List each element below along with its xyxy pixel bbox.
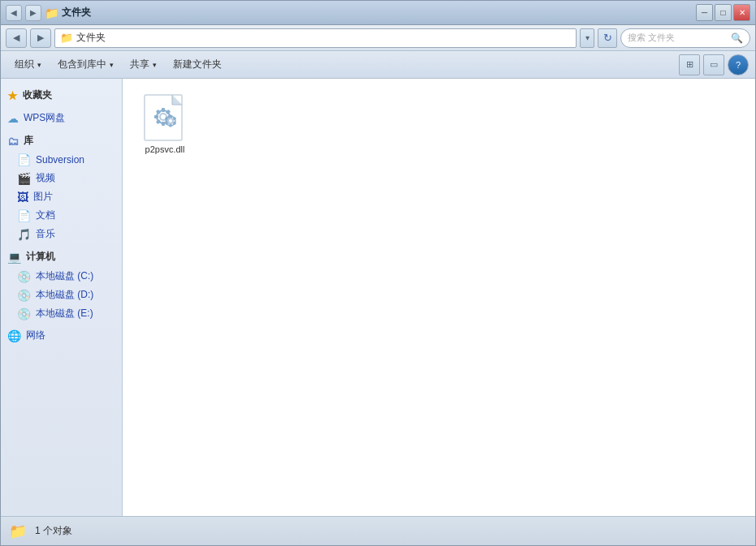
dll-file-icon [144, 94, 186, 143]
favorites-icon: ★ [7, 89, 18, 102]
music-icon: 🎵 [17, 228, 31, 241]
computer-header: 💻 计算机 [1, 247, 122, 267]
address-bar: ◀ ▶ 📁 文件夹 ▾ ↻ 搜索 文件夹 🔍 [1, 25, 755, 51]
svg-rect-10 [162, 122, 165, 126]
include-library-dropdown-icon: ▾ [110, 61, 114, 69]
path-text: 文件夹 [76, 31, 106, 45]
sidebar-item-wps[interactable]: ☁ WPS网盘 [1, 109, 122, 127]
sidebar-item-network[interactable]: 🌐 网络 [1, 326, 122, 345]
toolbar-right: ⊞ ▭ ? [679, 54, 749, 75]
image-icon: 🖼 [17, 191, 28, 204]
network-section: 🌐 网络 [1, 326, 122, 345]
library-icon: 🗂 [7, 135, 19, 148]
svg-rect-12 [154, 115, 158, 118]
sidebar-item-video[interactable]: 🎬 视频 [1, 169, 122, 187]
file-name: p2psvc.dll [145, 144, 185, 154]
search-placeholder: 搜索 文件夹 [628, 32, 675, 44]
close-button[interactable]: ✕ [733, 4, 750, 21]
window-title: 文件夹 [62, 6, 91, 19]
main-window: ◀ ▶ 📁 文件夹 ─ □ ✕ ◀ ▶ 📁 文件夹 ▾ ↻ 搜索 文件夹 🔍 组… [0, 0, 756, 546]
share-label: 共享 [130, 58, 149, 71]
computer-section: 💻 计算机 💿 本地磁盘 (C:) 💿 本地磁盘 (D:) 💿 本地磁盘 (E:… [1, 247, 122, 323]
drive-c-label: 本地磁盘 (C:) [36, 269, 93, 283]
address-path-box[interactable]: 📁 文件夹 [54, 28, 577, 48]
image-label: 图片 [33, 190, 53, 204]
drive-e-icon: 💿 [17, 307, 31, 320]
main-area: ★ 收藏夹 ☁ WPS网盘 🗂 库 📄 Subversion [1, 79, 755, 516]
new-folder-label: 新建文件夹 [173, 58, 222, 71]
favorites-label: 收藏夹 [23, 88, 52, 102]
include-library-button[interactable]: 包含到库中 ▾ [50, 54, 121, 75]
status-folder-icon: 📁 [9, 522, 27, 540]
window-controls: ─ □ ✕ [696, 4, 750, 21]
network-icon: 🌐 [7, 329, 21, 342]
details-pane-button[interactable]: ▭ [703, 54, 724, 75]
favorites-section: ★ 收藏夹 [1, 85, 122, 105]
forward-button[interactable]: ▶ [25, 5, 41, 21]
drive-d-label: 本地磁盘 (D:) [36, 288, 93, 302]
drive-e-label: 本地磁盘 (E:) [36, 307, 93, 320]
title-bar: ◀ ▶ 📁 文件夹 ─ □ ✕ [1, 1, 755, 25]
computer-icon: 💻 [7, 251, 21, 264]
sidebar-item-drive-d[interactable]: 💿 本地磁盘 (D:) [1, 286, 122, 304]
favorites-header: ★ 收藏夹 [1, 85, 122, 105]
include-library-label: 包含到库中 [58, 58, 106, 71]
library-label: 库 [24, 134, 33, 148]
subversion-label: Subversion [36, 154, 84, 166]
toolbar: 组织 ▾ 包含到库中 ▾ 共享 ▾ 新建文件夹 ⊞ ▭ ? [1, 51, 755, 79]
status-text: 1 个对象 [35, 524, 72, 538]
wps-icon: ☁ [7, 112, 19, 125]
status-bar: 📁 1 个对象 [1, 516, 755, 545]
content-area[interactable]: p2psvc.dll [123, 79, 755, 516]
share-dropdown-icon: ▾ [153, 61, 157, 69]
path-folder-icon: 📁 [60, 32, 73, 44]
new-folder-button[interactable]: 新建文件夹 [166, 54, 229, 75]
organize-button[interactable]: 组织 ▾ [7, 54, 49, 75]
video-label: 视频 [36, 171, 55, 185]
share-button[interactable]: 共享 ▾ [123, 54, 164, 75]
wps-label: WPS网盘 [24, 111, 65, 125]
svg-rect-6 [162, 108, 165, 112]
drive-d-icon: 💿 [17, 289, 31, 302]
search-box[interactable]: 搜索 文件夹 🔍 [620, 28, 750, 48]
sidebar-item-drive-c[interactable]: 💿 本地磁盘 (C:) [1, 267, 122, 286]
search-icon: 🔍 [731, 32, 743, 44]
address-back-button[interactable]: ◀ [6, 28, 27, 48]
help-button[interactable]: ? [728, 54, 749, 75]
organize-dropdown-icon: ▾ [37, 61, 41, 69]
minimize-button[interactable]: ─ [696, 4, 713, 21]
title-folder-icon: 📁 [45, 6, 58, 19]
svg-point-24 [169, 119, 172, 123]
library-section: 🗂 库 📄 Subversion 🎬 视频 🖼 图片 📄 文档 [1, 131, 122, 243]
file-icon-wrapper [144, 94, 186, 143]
music-label: 音乐 [36, 227, 55, 241]
refresh-button[interactable]: ↻ [598, 28, 617, 48]
svg-rect-17 [170, 115, 172, 118]
drive-c-icon: 💿 [17, 270, 31, 283]
library-header: 🗂 库 [1, 131, 122, 151]
sidebar-item-image[interactable]: 🖼 图片 [1, 187, 122, 206]
wps-section: ☁ WPS网盘 [1, 109, 122, 127]
title-bar-left: ◀ ▶ 📁 文件夹 [6, 5, 696, 21]
address-forward-button[interactable]: ▶ [30, 28, 51, 48]
sidebar: ★ 收藏夹 ☁ WPS网盘 🗂 库 📄 Subversion [1, 79, 123, 516]
sidebar-item-music[interactable]: 🎵 音乐 [1, 225, 122, 243]
doc-icon: 📄 [17, 209, 31, 222]
video-icon: 🎬 [17, 172, 31, 185]
organize-label: 组织 [15, 58, 34, 71]
subversion-icon: 📄 [17, 153, 31, 166]
sidebar-item-doc[interactable]: 📄 文档 [1, 206, 122, 225]
file-item-dll[interactable]: p2psvc.dll [132, 88, 197, 160]
sidebar-item-drive-e[interactable]: 💿 本地磁盘 (E:) [1, 304, 122, 323]
network-label: 网络 [26, 329, 45, 342]
doc-label: 文档 [36, 209, 55, 222]
back-button[interactable]: ◀ [6, 5, 22, 21]
computer-label: 计算机 [26, 250, 55, 264]
svg-rect-20 [170, 124, 172, 127]
maximize-button[interactable]: □ [715, 4, 732, 21]
address-dropdown[interactable]: ▾ [580, 28, 594, 48]
sidebar-item-subversion[interactable]: 📄 Subversion [1, 151, 122, 169]
view-toggle-button[interactable]: ⊞ [679, 54, 700, 75]
